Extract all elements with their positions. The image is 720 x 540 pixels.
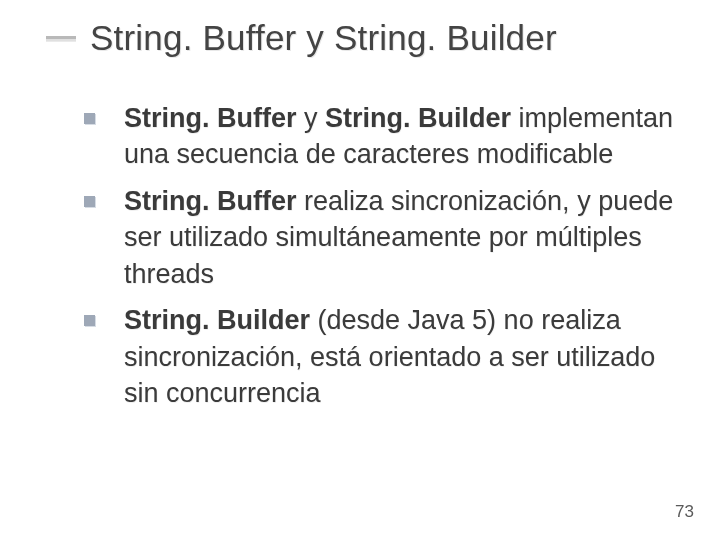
square-bullet-icon bbox=[84, 315, 95, 326]
text: y bbox=[297, 103, 326, 133]
content-area: String. Buffer y String. Builder impleme… bbox=[84, 100, 680, 422]
keyword: String. Builder bbox=[124, 305, 310, 335]
title-row: String. Buffer y String. Builder bbox=[46, 18, 700, 58]
slide: String. Buffer y String. Builder String.… bbox=[0, 0, 720, 540]
keyword: String. Buffer bbox=[124, 186, 297, 216]
page-number: 73 bbox=[675, 502, 694, 522]
bullet-list: String. Buffer y String. Builder impleme… bbox=[84, 100, 680, 412]
list-item: String. Builder (desde Java 5) no realiz… bbox=[84, 302, 680, 411]
square-bullet-icon bbox=[84, 113, 95, 124]
list-item: String. Buffer realiza sincronización, y… bbox=[84, 183, 680, 292]
keyword: String. Buffer bbox=[124, 103, 297, 133]
square-bullet-icon bbox=[84, 196, 95, 207]
slide-title: String. Buffer y String. Builder bbox=[90, 18, 557, 58]
keyword: String. Builder bbox=[325, 103, 511, 133]
list-item: String. Buffer y String. Builder impleme… bbox=[84, 100, 680, 173]
title-rule-icon bbox=[46, 36, 76, 41]
